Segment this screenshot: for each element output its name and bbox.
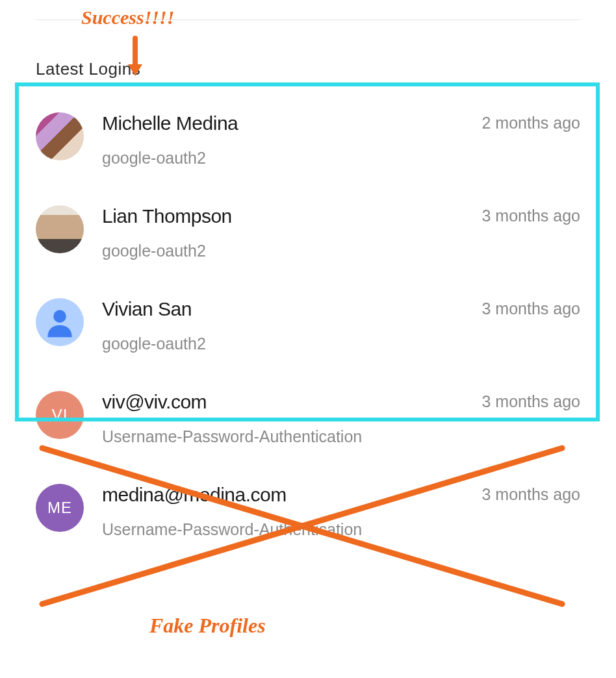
- login-item[interactable]: Michelle Medina 2 months ago google-oaut…: [36, 93, 580, 186]
- login-list: Michelle Medina 2 months ago google-oaut…: [36, 93, 580, 557]
- avatar: [36, 205, 84, 253]
- section-title: Latest Logins: [36, 59, 580, 79]
- avatar: VI: [36, 391, 84, 439]
- svg-point-0: [53, 310, 66, 323]
- avatar: ME: [36, 484, 84, 532]
- login-item[interactable]: Vivian San 3 months ago google-oauth2: [36, 279, 580, 371]
- section-title-divider: [36, 86, 580, 86]
- login-provider: Username-Password-Authentication: [102, 427, 580, 446]
- avatar-initials: VI: [52, 406, 68, 424]
- avatar-initials: ME: [47, 499, 72, 517]
- login-item[interactable]: VI viv@viv.com 3 months ago Username-Pas…: [36, 371, 580, 464]
- login-name: Michelle Medina: [102, 112, 238, 134]
- login-time: 3 months ago: [482, 205, 581, 225]
- login-time: 3 months ago: [482, 484, 581, 504]
- login-provider: google-oauth2: [102, 149, 580, 168]
- login-name: Lian Thompson: [102, 205, 232, 227]
- login-provider: google-oauth2: [102, 334, 580, 353]
- login-time: 3 months ago: [482, 298, 581, 318]
- login-name: Vivian San: [102, 298, 192, 320]
- login-name: viv@viv.com: [102, 391, 207, 413]
- user-icon: [42, 304, 78, 340]
- login-name: medina@medina.com: [102, 484, 287, 506]
- login-item[interactable]: Lian Thompson 3 months ago google-oauth2: [36, 186, 580, 279]
- login-provider: Username-Password-Authentication: [102, 520, 580, 539]
- top-divider: [36, 19, 580, 20]
- login-time: 2 months ago: [482, 112, 581, 132]
- avatar: [36, 112, 84, 160]
- login-provider: google-oauth2: [102, 242, 580, 260]
- avatar: [36, 298, 84, 346]
- login-time: 3 months ago: [482, 391, 581, 411]
- login-item[interactable]: ME medina@medina.com 3 months ago Userna…: [36, 464, 580, 557]
- annotation-fake: Fake Profiles: [149, 614, 266, 638]
